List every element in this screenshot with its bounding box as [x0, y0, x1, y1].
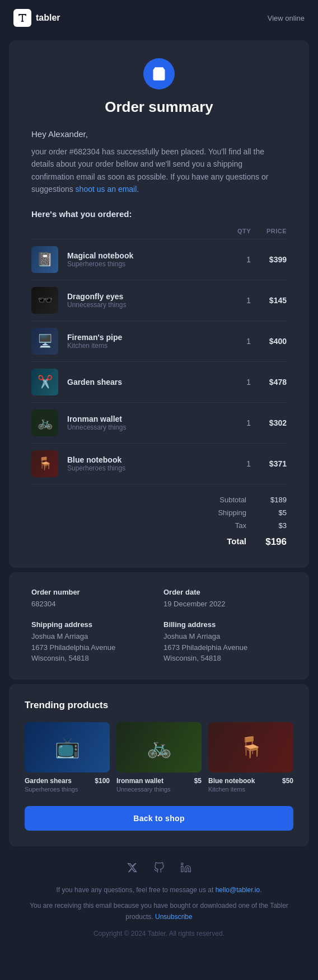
order-number-label: Order number	[31, 588, 155, 596]
logo-icon	[13, 9, 31, 27]
trending-item-price: $50	[282, 777, 293, 785]
trending-item-price: $5	[194, 777, 202, 785]
total-label: Total	[213, 536, 246, 548]
footer: If you have any questions, feel free to …	[0, 846, 318, 951]
item-qty: 1	[228, 337, 251, 346]
order-description: your order #682304 has successfully been…	[31, 145, 287, 196]
grand-total-row: Total $196	[31, 534, 287, 550]
subtotal-label: Subtotal	[213, 496, 246, 504]
trending-card: Trending products Garden shears $100 Sup…	[9, 684, 309, 846]
item-category: Superheroes things	[67, 464, 228, 472]
back-to-shop-button[interactable]: Back to shop	[25, 806, 293, 831]
order-date-block: Order date 19 December 2022	[163, 588, 287, 610]
item-image	[31, 450, 58, 477]
shipping-row: Shipping $5	[31, 506, 287, 519]
order-title: Order summary	[105, 98, 213, 116]
item-name: Dragonfly eyes	[67, 292, 228, 301]
trending-item-category: Kitchen items	[208, 786, 293, 793]
order-number-block: Order number 682304	[31, 588, 155, 610]
svg-rect-3	[181, 866, 183, 871]
trending-item: Garden shears $100 Superheroes things	[25, 722, 110, 793]
trending-item-category: Superheroes things	[25, 786, 110, 793]
item-image	[31, 409, 58, 436]
twitter-icon[interactable]	[124, 860, 140, 875]
footer-contact-text: If you have any questions, feel free to …	[18, 884, 300, 896]
email-link[interactable]: shoot us an email	[76, 185, 137, 194]
item-qty: 1	[228, 255, 251, 264]
item-price: $478	[264, 378, 287, 387]
unsubscribe-link[interactable]: Unsubscribe	[155, 913, 193, 921]
trending-item-image	[116, 722, 202, 772]
trending-grid: Garden shears $100 Superheroes things Ir…	[25, 722, 293, 793]
item-image	[31, 328, 58, 355]
svg-point-4	[181, 863, 183, 864]
trending-name-row: Garden shears $100	[25, 777, 110, 785]
item-price: $145	[264, 296, 287, 305]
trending-item-name: Blue notebook	[208, 777, 255, 785]
tax-label: Tax	[213, 521, 246, 530]
item-name: Blue notebook	[67, 455, 228, 464]
order-header: Order summary	[31, 58, 287, 116]
logo-text: tabler	[36, 13, 60, 23]
order-desc-text: your order #682304 has successfully been…	[31, 147, 268, 194]
cart-icon-circle	[143, 58, 175, 89]
subtotal-row: Subtotal $189	[31, 493, 287, 506]
footer-contact-prefix: If you have any questions, feel free to …	[56, 886, 213, 894]
order-number-value: 682304	[31, 599, 155, 610]
shipping-address-value: Joshua M Arriaga 1673 Philadelphia Avenu…	[31, 631, 155, 664]
view-online-link[interactable]: View online	[268, 14, 305, 22]
cart-icon	[151, 66, 167, 82]
github-icon[interactable]	[151, 860, 167, 875]
billing-address-block: Billing address Joshua M Arriaga 1673 Ph…	[163, 620, 287, 664]
item-info: Magical notebook Superheroes things	[67, 251, 228, 268]
tax-value: $3	[264, 521, 287, 530]
item-info: Fireman's pipe Kitchen items	[67, 333, 228, 350]
item-category: Unnecessary things	[67, 423, 228, 431]
subtotal-value: $189	[264, 496, 287, 504]
back-button-wrapper: Back to shop	[25, 806, 293, 831]
item-qty: 1	[228, 459, 251, 468]
item-category: Unnecessary things	[67, 301, 228, 309]
trending-item-name: Garden shears	[25, 777, 72, 785]
order-item: Dragonfly eyes Unnecessary things 1 $145	[31, 280, 287, 321]
item-price: $371	[264, 459, 287, 468]
item-name: Garden shears	[67, 378, 228, 387]
linkedin-icon[interactable]	[178, 860, 194, 875]
item-price: $400	[264, 337, 287, 346]
shipping-label: Shipping	[213, 508, 246, 517]
item-price: $399	[264, 255, 287, 264]
trending-name-row: Blue notebook $50	[208, 777, 293, 785]
tax-row: Tax $3	[31, 519, 287, 532]
trending-item-price: $100	[95, 777, 110, 785]
order-totals: Subtotal $189 Shipping $5 Tax $3 Total $…	[31, 489, 287, 550]
trending-item: Ironman wallet $5 Unnecessary things	[116, 722, 202, 793]
total-value: $196	[264, 536, 287, 548]
item-info: Garden shears	[67, 378, 228, 387]
social-icons	[18, 860, 300, 875]
shipping-address-label: Shipping address	[31, 620, 155, 629]
order-date-value: 19 December 2022	[163, 599, 287, 610]
item-name: Magical notebook	[67, 251, 228, 260]
order-desc-end: .	[137, 185, 139, 194]
item-name: Fireman's pipe	[67, 333, 228, 342]
shipping-street: 1673 Philadelphia Avenue	[31, 642, 155, 653]
item-image	[31, 246, 58, 273]
trending-item-image	[208, 722, 293, 772]
order-item: Magical notebook Superheroes things 1 $3…	[31, 239, 287, 280]
footer-contact-email[interactable]: hello@tabler.io	[216, 886, 260, 894]
info-card: Order number 682304 Order date 19 Decemb…	[9, 572, 309, 680]
shipping-name: Joshua M Arriaga	[31, 631, 155, 642]
item-info: Dragonfly eyes Unnecessary things	[67, 292, 228, 309]
item-category: Superheroes things	[67, 260, 228, 268]
trending-item: Blue notebook $50 Kitchen items	[208, 722, 293, 793]
main-card: Order summary Hey Alexander, your order …	[9, 40, 309, 568]
order-item: Blue notebook Superheroes things 1 $371	[31, 444, 287, 484]
billing-city: Wisconsin, 54818	[163, 653, 287, 664]
item-image	[31, 287, 58, 314]
item-image	[31, 369, 58, 395]
trending-item-image	[25, 722, 110, 772]
order-date-label: Order date	[163, 588, 287, 596]
shipping-city: Wisconsin, 54818	[31, 653, 155, 664]
billing-name: Joshua M Arriaga	[163, 631, 287, 642]
billing-street: 1673 Philadelphia Avenue	[163, 642, 287, 653]
